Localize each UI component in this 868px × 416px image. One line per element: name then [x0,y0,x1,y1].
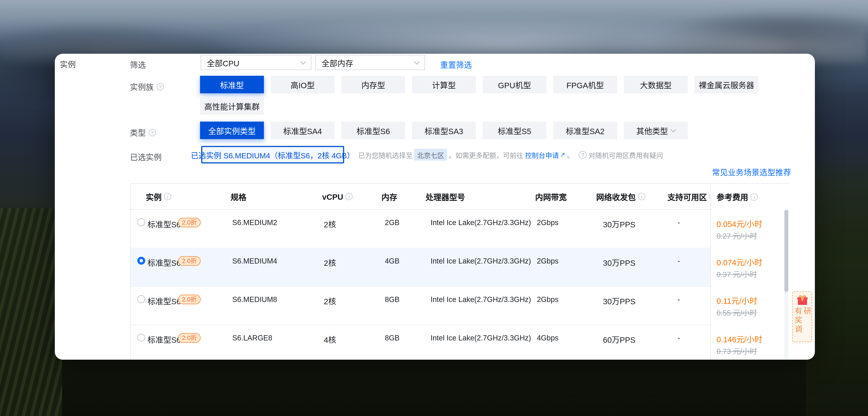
row-processor: Intel Ice Lake(2.7GHz/3.3GHz) [431,295,531,304]
row-bandwidth: 2Gbps [537,218,559,227]
row-zone: - [678,334,680,342]
info-icon[interactable] [638,193,646,201]
note-prefix: 已为您随机选择至 [358,150,412,160]
selected-instance-note: 已为您随机选择至 北京七区 。如需更多配额，可前往 控制台申请 。 对随机可用区… [358,146,663,164]
family-btn-standard[interactable]: 标准型 [200,76,264,93]
table-header: 实例 规格 vCPU 内存 处理器型号 内网带宽 网络收发包 [131,184,789,210]
type-btn-sa4[interactable]: 标准型SA4 [271,122,335,139]
table-row[interactable]: 标准型S6 2.0折 S6.MEDIUM8 2核 8GB Intel Ice L… [131,287,789,325]
price-original: 0.55 元/小时 [717,307,757,318]
family-btn-compute[interactable]: 计算型 [412,76,476,93]
family-btn-bigdata[interactable]: 大数据型 [624,76,688,93]
price-cell: 0.146元/小时 0.73 元/小时 [717,325,784,360]
row-name: 标准型S6 [148,334,181,345]
table-row-selected[interactable]: 标准型S6 2.0折 S6.MEDIUM4 2核 4GB Intel Ice L… [131,248,789,287]
type-btn-sa3[interactable]: 标准型SA3 [412,122,476,139]
col-header-instance: 实例 [146,191,171,202]
row-pps: 60万PPS [603,334,636,345]
price-current: 0.054元/小时 [717,218,762,229]
price-cell: 0.11元/小时 0.55 元/小时 [717,287,784,325]
price-original: 0.73 元/小时 [717,346,757,357]
row-zone: - [678,257,680,265]
cpu-filter-value: 全部CPU [207,57,239,68]
desktop: 实例 筛选 全部CPU 全部内存 重置筛选 实例族 标准型 高IO型 内存型 计… [0,0,868,416]
type-btn-all[interactable]: 全部实例类型 [200,122,264,139]
row-spec: S6.LARGE8 [232,334,272,342]
row-processor: Intel Ice Lake(2.7GHz/3.3GHz) [431,218,531,227]
row-zone: - [678,295,680,304]
selected-instance-box[interactable]: 已选实例 S6.MEDIUM4（标准型S6，2核 4GB） [201,146,344,164]
row-radio[interactable] [137,334,145,341]
col-header-vcpu: vCPU [322,192,353,201]
chevron-down-icon [671,127,676,132]
row-vcpu: 2核 [324,295,336,306]
instance-table: 实例 规格 vCPU 内存 处理器型号 内网带宽 网络收发包 [130,183,790,360]
discount-badge: 2.0折 [178,218,201,228]
col-header-memory: 内存 [381,191,397,202]
chevron-down-icon [301,59,306,64]
wallpaper-forest [806,164,868,416]
family-label: 实例族 [130,81,154,92]
help-icon[interactable] [157,83,164,90]
row-processor: Intel Ice Lake(2.7GHz/3.3GHz) [431,334,531,342]
info-icon[interactable] [345,193,353,201]
row-memory: 2GB [385,218,400,227]
type-btn-sa2[interactable]: 标准型SA2 [553,122,617,139]
family-btn-hpc[interactable]: 高性能计算集群 [200,97,264,115]
price-column: 参考费用 0.054元/小时 0.27 元/小时 0.074元/小时 0.37 … [710,184,791,360]
price-cell: 0.054元/小时 0.27 元/小时 [717,210,784,248]
family-label-row: 实例族 [130,81,164,92]
info-icon[interactable] [750,193,758,201]
family-btn-gpu[interactable]: GPU机型 [483,76,547,93]
zone-chip[interactable]: 北京七区 [414,149,447,161]
row-radio[interactable] [137,295,145,303]
row-spec: S6.MEDIUM8 [232,295,277,304]
type-btn-other[interactable]: 其他类型 [624,122,688,139]
wallpaper-vineyard [0,208,62,416]
row-bandwidth: 2Gbps [537,257,559,265]
row-zone: - [678,218,680,227]
survey-label: 有奖调研 [793,307,811,341]
type-btn-s5[interactable]: 标准型S5 [483,122,547,139]
question-icon[interactable] [579,151,587,158]
row-memory: 8GB [385,334,400,342]
table-row[interactable]: 标准型S6 2.0折 S6.MEDIUM2 2核 2GB Intel Ice L… [131,210,789,248]
family-btn-baremetal[interactable]: 裸金属云服务器 [694,76,758,93]
gift-icon [796,295,808,306]
survey-tab[interactable]: 有奖调研 [792,291,812,342]
table-scrollbar[interactable] [784,210,788,360]
table-row[interactable]: 标准型S6 2.0折 S6.LARGE8 4核 8GB Intel Ice La… [131,325,789,360]
price-current: 0.146元/小时 [717,333,762,345]
type-btn-other-label: 其他类型 [636,125,668,136]
price-original: 0.37 元/小时 [717,269,757,279]
price-original: 0.27 元/小时 [717,230,757,241]
filter-label: 筛选 [130,59,146,70]
type-label-row: 类型 [130,127,156,138]
row-radio-selected[interactable] [137,257,145,265]
row-radio[interactable] [137,218,145,226]
col-header-price: 参考费用 [717,191,758,203]
reset-filters-link[interactable]: 重置筛选 [440,59,472,70]
row-pps: 30万PPS [603,295,636,306]
console-apply-link[interactable]: 控制台申请 [525,150,565,160]
row-name: 标准型S6 [148,218,181,230]
family-btn-high-io[interactable]: 高IO型 [271,76,335,93]
scenario-recommend-link[interactable]: 常见业务场景选型推荐 [712,166,791,178]
info-icon[interactable] [164,193,171,201]
row-name: 标准型S6 [148,295,181,306]
family-btn-fpga[interactable]: FPGA机型 [553,76,617,93]
row-processor: Intel Ice Lake(2.7GHz/3.3GHz) [431,257,531,265]
price-current: 0.074元/小时 [717,256,762,268]
row-vcpu: 2核 [324,218,336,230]
discount-badge: 2.0折 [178,333,201,343]
row-vcpu: 4核 [324,334,336,345]
type-btn-s6[interactable]: 标准型S6 [341,122,405,139]
note-middle: 。如需更多配额，可前往 [449,150,523,160]
family-btn-memory[interactable]: 内存型 [341,76,405,93]
scrollbar-thumb[interactable] [784,210,788,292]
instance-selection-panel: 实例 筛选 全部CPU 全部内存 重置筛选 实例族 标准型 高IO型 内存型 计… [55,54,815,360]
memory-filter-select[interactable]: 全部内存 [315,55,425,70]
cpu-filter-select[interactable]: 全部CPU [201,55,311,70]
price-cell: 0.074元/小时 0.37 元/小时 [717,248,784,287]
help-icon[interactable] [149,129,156,136]
